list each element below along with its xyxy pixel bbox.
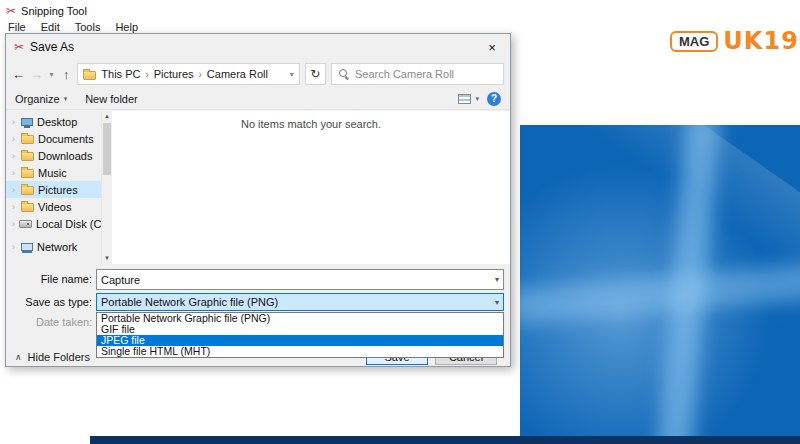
- folder-icon: [21, 169, 34, 178]
- save-as-type-combobox[interactable]: Portable Network Graphic file (PNG) ▾: [96, 293, 504, 311]
- sidebar-item-label: Local Disk (C:): [36, 218, 108, 230]
- site-name-logo: UK19: [723, 27, 798, 55]
- expand-chevron-icon[interactable]: ›: [12, 117, 17, 127]
- recent-locations-button[interactable]: ▾: [48, 70, 55, 79]
- scissors-icon: ✂: [6, 4, 16, 18]
- date-taken-label: Date taken:: [36, 316, 92, 328]
- site-watermark: MAG UK19: [670, 27, 799, 55]
- toolbar-right-group: ▾ ?: [458, 92, 501, 106]
- close-icon: ×: [488, 40, 496, 55]
- refresh-button[interactable]: ↻: [305, 63, 326, 85]
- snipping-tool-menubar: File Edit Tools Help: [8, 21, 138, 33]
- sidebar-item-local-disk[interactable]: › Local Disk (C:): [6, 215, 101, 232]
- taskbar-strip: [90, 436, 800, 444]
- scrollbar-thumb[interactable]: [103, 123, 111, 175]
- file-name-label: File name:: [6, 273, 92, 285]
- folder-icon: [21, 135, 34, 144]
- dialog-scissors-icon: ✂: [14, 40, 24, 54]
- dropdown-option-jpeg[interactable]: JPEG file: [97, 335, 503, 346]
- sidebar-item-desktop[interactable]: › Desktop: [6, 113, 101, 130]
- breadcrumb-separator-icon: ›: [199, 69, 202, 80]
- sidebar-item-videos[interactable]: › Videos: [6, 198, 101, 215]
- address-bar[interactable]: This PC › Pictures › Camera Roll ▾: [77, 63, 299, 85]
- chevron-down-icon[interactable]: ▾: [491, 275, 499, 284]
- menu-help[interactable]: Help: [115, 21, 138, 33]
- dropdown-option-png[interactable]: Portable Network Graphic file (PNG): [97, 313, 503, 324]
- organize-button[interactable]: Organize ▾: [15, 93, 67, 105]
- navigation-pane: › Desktop › Documents › Downloads ›: [6, 113, 101, 266]
- change-view-button[interactable]: ▾: [458, 94, 479, 104]
- expand-chevron-icon[interactable]: ›: [12, 185, 17, 195]
- file-name-combobox[interactable]: ▾: [96, 269, 504, 290]
- chevron-down-icon: ▾: [475, 95, 479, 103]
- save-as-dialog: ✂ Save As × ← → ▾ ↑ This PC › Pictures ›…: [5, 33, 511, 367]
- question-mark-icon: ?: [491, 93, 497, 104]
- dialog-toolbar: Organize ▾ New folder ▾ ?: [6, 88, 510, 110]
- search-input[interactable]: [355, 68, 497, 80]
- back-button[interactable]: ←: [12, 67, 25, 82]
- close-button[interactable]: ×: [474, 34, 510, 60]
- folder-icon: [21, 186, 34, 195]
- screen: ✂ Snipping Tool File Edit Tools Help MAG…: [0, 0, 800, 444]
- menu-edit[interactable]: Edit: [41, 21, 60, 33]
- snipping-tool-title: Snipping Tool: [21, 5, 87, 17]
- sidebar-item-downloads[interactable]: › Downloads: [6, 147, 101, 164]
- sidebar-item-label: Documents: [38, 133, 94, 145]
- chevron-down-icon: ▾: [64, 95, 68, 103]
- expand-chevron-icon[interactable]: ›: [12, 168, 17, 178]
- file-list-area[interactable]: No items match your search.: [112, 111, 510, 264]
- mag-logo: MAG: [670, 31, 718, 52]
- breadcrumb-this-pc[interactable]: This PC: [101, 68, 140, 80]
- refresh-icon: ↻: [310, 67, 320, 81]
- help-button[interactable]: ?: [487, 92, 501, 106]
- scroll-up-icon[interactable]: ▲: [102, 111, 112, 122]
- monitor-icon: [21, 118, 33, 126]
- expand-chevron-icon[interactable]: ›: [12, 202, 17, 212]
- forward-button[interactable]: →: [30, 67, 43, 82]
- folder-icon: [21, 152, 34, 161]
- new-folder-label: New folder: [85, 93, 138, 105]
- empty-message: No items match your search.: [112, 118, 510, 130]
- breadcrumb-separator-icon: ›: [145, 69, 148, 80]
- menu-tools[interactable]: Tools: [75, 21, 101, 33]
- sidebar-item-music[interactable]: › Music: [6, 164, 101, 181]
- hide-folders-label: Hide Folders: [28, 351, 90, 363]
- save-as-type-dropdown: Portable Network Graphic file (PNG) GIF …: [96, 312, 504, 358]
- expand-chevron-icon[interactable]: ›: [12, 134, 17, 144]
- hide-folders-button[interactable]: ∧ Hide Folders: [15, 351, 90, 363]
- up-button[interactable]: ↑: [60, 67, 72, 82]
- new-folder-button[interactable]: New folder: [85, 93, 138, 105]
- search-box: [331, 63, 504, 85]
- file-name-input[interactable]: [101, 274, 491, 286]
- network-icon: [21, 243, 33, 251]
- sidebar-item-network[interactable]: › Network: [6, 238, 101, 255]
- expand-chevron-icon[interactable]: ›: [12, 219, 15, 229]
- snipping-tool-titlebar: ✂ Snipping Tool: [6, 4, 87, 18]
- up-arrow-icon: ↑: [63, 67, 70, 82]
- expand-chevron-icon[interactable]: ›: [12, 242, 17, 252]
- desktop-wallpaper: [520, 125, 800, 444]
- dialog-title: Save As: [30, 40, 74, 54]
- menu-file[interactable]: File: [8, 21, 26, 33]
- sidebar-item-label: Downloads: [38, 150, 92, 162]
- dropdown-option-gif[interactable]: GIF file: [97, 324, 503, 335]
- expand-chevron-icon[interactable]: ›: [12, 151, 17, 161]
- sidebar-item-documents[interactable]: › Documents: [6, 130, 101, 147]
- dropdown-option-mht[interactable]: Single file HTML (MHT): [97, 346, 503, 357]
- search-icon: [338, 68, 350, 80]
- sidebar-item-label: Desktop: [37, 116, 77, 128]
- sidebar-item-label: Network: [37, 241, 77, 253]
- breadcrumb-camera-roll[interactable]: Camera Roll: [207, 68, 268, 80]
- sidebar-item-pictures[interactable]: › Pictures: [6, 181, 101, 198]
- breadcrumb-pictures[interactable]: Pictures: [154, 68, 194, 80]
- sidebar-scrollbar[interactable]: ▲ ▼: [101, 111, 112, 264]
- save-as-type-label: Save as type:: [6, 296, 92, 308]
- dialog-titlebar[interactable]: ✂ Save As: [6, 34, 510, 60]
- view-list-icon: [458, 94, 471, 104]
- scroll-down-icon[interactable]: ▼: [102, 253, 112, 264]
- folder-icon: [83, 71, 96, 80]
- address-chevron-icon[interactable]: ▾: [290, 70, 294, 79]
- back-arrow-icon: ←: [12, 67, 25, 82]
- organize-label: Organize: [15, 93, 60, 105]
- chevron-down-icon[interactable]: ▾: [491, 298, 499, 307]
